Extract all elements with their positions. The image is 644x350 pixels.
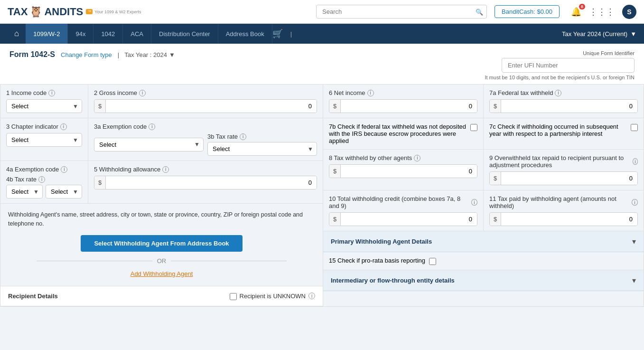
overwithheld-dollar-sign: $	[490, 172, 501, 185]
federal-tax-info[interactable]: i	[555, 90, 561, 96]
chapter-info[interactable]: i	[60, 123, 67, 130]
taxrate-3b-select[interactable]: Select	[207, 142, 317, 156]
nav-icons: 🔔 8 ⋮⋮⋮ S	[571, 5, 636, 19]
total-withholding-cell: 10 Total withholding credit (combine box…	[323, 190, 484, 231]
chevron-down-icon: ▼	[630, 30, 636, 38]
check-15-row: 15 Check if pro-rata basis reporting	[323, 252, 644, 270]
logo-sub: Your 1099 & W2 Experts	[94, 9, 141, 14]
tax-withheld-other-cell: 8 Tax withheld by other agents i $	[323, 150, 484, 190]
exemption-4a-cell: 4a Exemption code i 4b Tax rate i Select…	[0, 161, 88, 203]
net-dollar-sign: $	[329, 100, 341, 113]
grid-button[interactable]: ⋮⋮⋮	[589, 7, 615, 17]
net-income-info[interactable]: i	[367, 90, 374, 96]
ufi-label: Unique Form Identifier	[485, 50, 635, 56]
taxrate-3b-info[interactable]: i	[240, 133, 246, 140]
income-code-cell: 1 Income code i Select ▼	[0, 85, 88, 118]
income-code-select[interactable]: Select	[6, 99, 82, 113]
total-withholding-label: 10 Total withholding credit (combine box…	[329, 195, 469, 209]
overwithheld-cell: 9 Overwithheld tax repaid to recipient p…	[484, 150, 644, 190]
gross-income-info[interactable]: i	[139, 90, 146, 96]
form-title: Form 1042-S	[9, 50, 55, 59]
intermediary-header[interactable]: Intermediary or flow-through entity deta…	[323, 270, 644, 291]
select-agent-button[interactable]: Select Withholding Agent From Address Bo…	[81, 235, 242, 252]
check-7b-cell: 7b Check if federal tax withheld was not…	[323, 118, 484, 149]
income-code-label: 1 Income code	[6, 89, 47, 96]
withholding-allowance-info[interactable]: i	[162, 166, 169, 173]
overwithheld-input[interactable]	[501, 172, 637, 185]
recipient-unknown-label: Recipient is UNKNOWN	[240, 293, 306, 300]
nav-distribution[interactable]: Distribution Center	[151, 24, 218, 44]
avatar-button[interactable]: S	[622, 5, 636, 19]
primary-agent-header[interactable]: Primary Withholding Agent Details ▾	[323, 231, 644, 252]
federal-dollar-sign: $	[490, 100, 501, 113]
cart-icon: 🛒	[272, 28, 283, 39]
check-7c-cell: 7c Check if withholding occurred in subs…	[484, 118, 644, 149]
right-row-3: 8 Tax withheld by other agents i $ 9 Ove…	[323, 150, 644, 190]
nav-aca[interactable]: ACA	[123, 24, 151, 44]
net-income-input[interactable]	[341, 100, 477, 113]
ufi-input[interactable]	[502, 58, 635, 73]
check-15-checkbox[interactable]	[429, 258, 436, 265]
exemption-4a-info2[interactable]: i	[61, 166, 67, 173]
withholding-allowance-input[interactable]	[106, 176, 317, 189]
nav-1099w2[interactable]: 1099/W-2	[26, 24, 68, 44]
dropdown-icon: ▼	[169, 51, 175, 58]
right-row-2: 7b Check if federal tax withheld was not…	[323, 118, 644, 150]
check-7b-checkbox[interactable]	[470, 124, 477, 131]
net-income-cell: 6 Net income i $	[323, 85, 484, 118]
check-7c-checkbox[interactable]	[631, 124, 638, 131]
total-withholding-input[interactable]	[341, 213, 477, 226]
tax-paid-cell: 11 Tax paid by withholding agent (amount…	[484, 190, 644, 231]
right-row-1: 6 Net income i $ 7a Federal tax withheld…	[323, 85, 644, 118]
recipient-unknown-checkbox[interactable]	[230, 293, 237, 300]
primary-agent-chevron: ▾	[632, 237, 636, 246]
exemption-3a-select[interactable]: Select	[94, 138, 204, 151]
search-input[interactable]	[316, 5, 487, 19]
taxrate-4b-select2[interactable]: Select	[46, 185, 82, 199]
gross-income-input[interactable]	[106, 100, 317, 113]
notifications-button[interactable]: 🔔 8	[571, 7, 581, 17]
form-header: Form 1042-S Change Form type | Tax Year …	[0, 44, 644, 85]
left-column: 1 Income code i Select ▼ 2 Gross income …	[0, 85, 323, 306]
change-form-type-link[interactable]: Change Form type	[61, 51, 112, 58]
agent-description: Withholding Agent's name, street address…	[8, 210, 315, 228]
tax-withheld-other-input[interactable]	[341, 165, 477, 178]
main-form-layout: 1 Income code i Select ▼ 2 Gross income …	[0, 85, 644, 307]
tax-withheld-other-info[interactable]: i	[414, 155, 420, 161]
tax-year-button[interactable]: Tax Year 2024 (Current) ▼	[562, 30, 636, 38]
intermediary-title: Intermediary or flow-through entity deta…	[331, 277, 455, 284]
check-15-label: 15 Check if pro-rata basis reporting	[329, 257, 425, 264]
intermediary-chevron: ▾	[632, 276, 636, 285]
form-row-3: 4a Exemption code i 4b Tax rate i Select…	[0, 161, 323, 204]
bandit-cash-button[interactable]: BanditCash: $0.00	[495, 5, 560, 18]
top-nav: TAX 🦉 ANDITS ™ Your 1099 & W2 Experts 🔍 …	[0, 0, 644, 24]
taxrate-4b-info2[interactable]: i	[38, 176, 45, 183]
federal-tax-input[interactable]	[501, 100, 637, 113]
recipient-unknown-info[interactable]: i	[308, 293, 315, 299]
add-agent-link[interactable]: Add Withholding Agent	[8, 270, 315, 277]
total-withholding-info[interactable]: i	[471, 199, 477, 206]
logo-badge: ™	[86, 9, 93, 14]
ufi-area: Unique Form Identifier It must be 10 dig…	[485, 50, 635, 80]
search-button[interactable]: 🔍	[476, 8, 483, 15]
chapter-indicator-select[interactable]: Select	[6, 133, 82, 147]
notification-badge: 8	[579, 4, 585, 9]
logo-text: TAX	[8, 6, 28, 18]
ufi-hint: It must be 10 digits, and not be the rec…	[485, 75, 635, 80]
overwithheld-label: 9 Overwithheld tax repaid to recipient p…	[489, 154, 631, 169]
total-dollar-sign: $	[329, 213, 341, 226]
exemption-4a-select2[interactable]: Select	[6, 185, 43, 199]
nav-1042[interactable]: 1042	[93, 24, 123, 44]
withholding-allowance-cell: 5 Withholding allowance i $	[88, 161, 323, 203]
nav-addressbook[interactable]: Address Book	[218, 24, 272, 44]
nav-94x[interactable]: 94x	[68, 24, 93, 44]
tax-paid-info[interactable]: i	[632, 199, 638, 206]
exemption-4a-label-top: 4a Exemption code	[6, 166, 59, 173]
taxpaid-dollar-sign: $	[490, 213, 501, 226]
overwithheld-info[interactable]: i	[633, 158, 638, 165]
exemption-3a-info[interactable]: i	[149, 123, 155, 130]
chapter-indicator-cell: 3 Chapter indicator i Select ▼	[0, 118, 88, 161]
home-button[interactable]: ⌂	[8, 29, 26, 38]
income-code-info[interactable]: i	[48, 90, 55, 96]
tax-paid-input[interactable]	[501, 213, 637, 226]
